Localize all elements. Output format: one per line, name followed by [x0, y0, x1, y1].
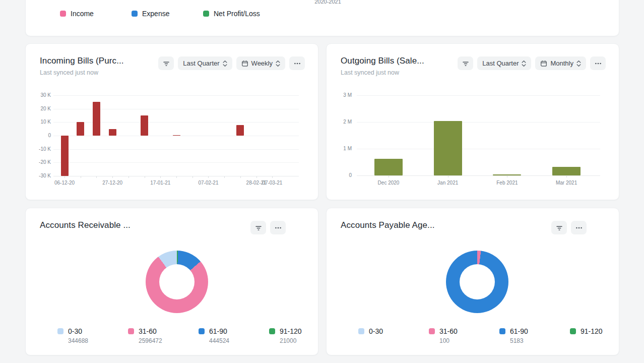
card-title: Incoming Bills (Purc...: [40, 56, 124, 66]
bar[interactable]: [109, 129, 116, 136]
chevron-up-down-icon: [576, 60, 581, 67]
gridline: [53, 162, 299, 163]
y-axis-tick-label: 2 M: [327, 119, 352, 125]
bar[interactable]: [141, 115, 148, 136]
card-controls: Last Quarter Monthly: [458, 56, 606, 70]
bar[interactable]: [552, 167, 581, 175]
legend-dot-icon: [499, 328, 505, 334]
legend-item-value: 2596472: [139, 337, 199, 344]
legend-item: 31-602596472: [128, 327, 199, 344]
range-select[interactable]: Last Quarter: [477, 56, 531, 70]
filter-button[interactable]: [250, 221, 266, 234]
axis-tick: [566, 176, 567, 177]
bar[interactable]: [77, 122, 84, 136]
legend-dot-icon: [358, 328, 364, 334]
more-button[interactable]: [270, 221, 286, 234]
gridline: [357, 149, 600, 149]
legend-item-head: 0-30: [57, 327, 128, 335]
pl-xaxis-label: 2020-2021: [314, 0, 341, 5]
legend-item-label: 61-90: [209, 327, 227, 335]
x-axis-tick-label: 17-01-21: [150, 180, 170, 186]
bar[interactable]: [434, 121, 462, 175]
legend-item-value: 100: [439, 337, 499, 344]
range-select[interactable]: Last Quarter: [178, 56, 232, 70]
x-axis-tick-label: 06-12-20: [54, 180, 75, 186]
filter-lines-icon: [462, 59, 470, 68]
gridline: [357, 95, 600, 96]
bar[interactable]: [173, 135, 180, 136]
chevron-up-down-icon: [223, 60, 227, 67]
filter-button[interactable]: [458, 56, 473, 70]
legend-dot-icon: [570, 328, 576, 334]
accounts-payable-card: Accounts Payable Age... 0-3031-6010061-9…: [326, 208, 619, 355]
legend-item-head: 0-30: [358, 327, 429, 335]
axis-tick: [145, 176, 145, 178]
bar[interactable]: [493, 174, 521, 175]
legend-item-value: 5183: [510, 337, 570, 344]
axis-tick: [256, 176, 257, 178]
interval-select-value: Monthly: [550, 59, 573, 67]
y-axis-tick-label: 30 K: [26, 93, 51, 98]
card-controls: Last Quarter Weekly: [158, 56, 305, 70]
last-synced-text: Last synced just now: [341, 69, 399, 76]
y-axis-tick-label: 20 K: [26, 106, 51, 111]
legend-item: Income: [60, 10, 132, 18]
more-button[interactable]: [289, 56, 305, 70]
more-button[interactable]: [590, 56, 606, 70]
bar[interactable]: [61, 136, 69, 176]
legend-item-value: 344688: [68, 337, 128, 344]
axis-tick: [81, 176, 81, 178]
interval-select-value: Weekly: [251, 59, 273, 67]
ellipsis-icon: [293, 59, 301, 68]
legend-dot-icon: [269, 328, 275, 334]
last-synced-text: Last synced just now: [40, 69, 98, 76]
legend-item: Expense: [132, 10, 203, 18]
profit-loss-card: 2020-2021 IncomeExpenseNet Profit/Loss: [25, 0, 619, 36]
x-axis-tick-label: 07-03-21: [262, 180, 282, 186]
y-axis-tick-label: -30 K: [26, 173, 51, 178]
filter-button[interactable]: [551, 221, 567, 234]
legend-dot-icon: [199, 328, 205, 334]
ellipsis-icon: [274, 224, 282, 232]
legend-item-label: Net Profit/Loss: [214, 10, 260, 18]
x-axis-tick-label: 27-12-20: [102, 180, 122, 186]
chevron-up-down-icon: [522, 60, 526, 67]
axis-tick: [240, 176, 241, 178]
incoming-bills-card: Incoming Bills (Purc... Last synced just…: [25, 43, 318, 200]
outgoing-bills-card: Outgoing Bills (Sale... Last synced just…: [326, 43, 619, 200]
legend-item-value: 444524: [209, 337, 269, 344]
legend-item-label: 91-120: [581, 327, 603, 335]
y-axis-tick-label: 3 M: [327, 93, 352, 98]
more-button[interactable]: [571, 221, 587, 234]
legend-dot-icon: [57, 328, 63, 334]
filter-button[interactable]: [158, 56, 174, 70]
legend-dot-icon: [128, 328, 134, 334]
legend-item-label: 31-60: [139, 327, 157, 335]
calendar-icon: [241, 60, 248, 67]
axis-tick: [272, 176, 273, 178]
card-title: Outgoing Bills (Sale...: [341, 56, 424, 66]
payable-donut-chart[interactable]: [446, 251, 508, 313]
legend-item: 91-120: [570, 327, 640, 344]
x-axis-tick-label: 07-02-21: [198, 180, 218, 186]
y-axis-tick-label: 0: [26, 133, 51, 138]
legend-item-value: [369, 337, 429, 344]
ellipsis-icon: [594, 59, 602, 68]
bar[interactable]: [93, 102, 100, 136]
legend-item-label: 61-90: [510, 327, 528, 335]
gridline: [53, 136, 299, 136]
y-axis-tick-label: -20 K: [26, 160, 51, 165]
receivable-donut-chart[interactable]: [146, 251, 208, 313]
y-axis-tick-label: 1 M: [327, 146, 352, 151]
interval-select[interactable]: Monthly: [535, 56, 586, 70]
bar[interactable]: [374, 159, 403, 175]
range-select-value: Last Quarter: [482, 59, 519, 67]
bar[interactable]: [236, 125, 244, 136]
interval-select[interactable]: Weekly: [236, 56, 285, 70]
legend-dot-icon: [132, 11, 138, 17]
legend-item: 0-30: [358, 327, 429, 344]
legend-item-head: 61-90: [199, 327, 269, 335]
legend-item-head: 91-120: [570, 327, 640, 335]
legend-item-head: 31-60: [128, 327, 199, 335]
legend-item-head: Net Profit/Loss: [203, 10, 275, 18]
